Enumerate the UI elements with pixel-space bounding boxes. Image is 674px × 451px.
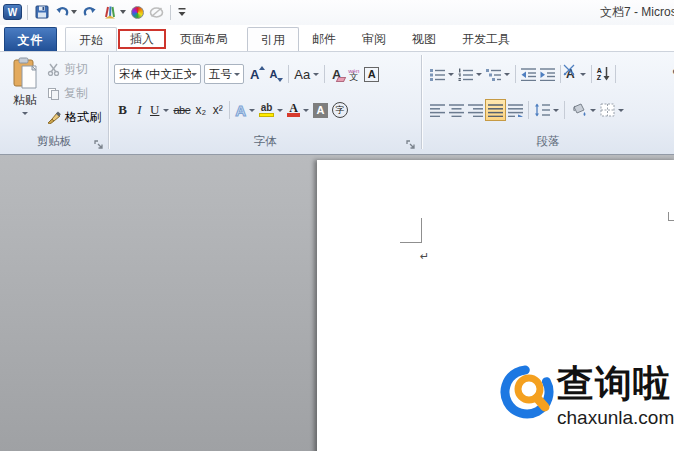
font-name-combo[interactable]: 宋体 (中文正文) bbox=[114, 64, 201, 84]
underline-caret[interactable] bbox=[163, 109, 169, 112]
word-app-icon[interactable]: W bbox=[3, 4, 22, 20]
font-color-icon: A bbox=[287, 103, 300, 117]
separator bbox=[288, 65, 289, 83]
numbering-caret[interactable] bbox=[476, 73, 482, 76]
customize-qat-button[interactable] bbox=[176, 3, 188, 21]
align-right-button[interactable] bbox=[466, 99, 485, 121]
redo-button[interactable] bbox=[81, 3, 98, 21]
title-bar: W bbox=[0, 0, 674, 25]
tab-file[interactable]: 文件 bbox=[4, 27, 57, 51]
watermark-logo: 查询啦 chaxunla.com bbox=[500, 363, 674, 448]
bullets-caret[interactable] bbox=[448, 73, 454, 76]
line-spacing-icon bbox=[534, 103, 550, 117]
quick-access-toolbar: W bbox=[3, 2, 188, 22]
increase-indent-button[interactable] bbox=[538, 63, 557, 85]
ribbon: 粘贴 剪切 复制 格式刷 bbox=[0, 51, 674, 155]
color-wheel-icon bbox=[131, 6, 144, 19]
tab-view[interactable]: 视图 bbox=[399, 27, 449, 51]
italic-icon: I bbox=[137, 102, 141, 118]
grow-font-icon: A bbox=[250, 67, 259, 82]
shading-button[interactable] bbox=[568, 99, 598, 121]
paste-button[interactable]: 粘贴 bbox=[5, 57, 45, 145]
borders-button[interactable] bbox=[598, 99, 626, 121]
asian-layout-caret[interactable] bbox=[580, 73, 586, 76]
disabled-tool-button bbox=[148, 3, 165, 21]
sort-button[interactable]: A Z bbox=[595, 63, 612, 85]
save-button[interactable] bbox=[33, 3, 51, 21]
character-shading-button[interactable]: A bbox=[311, 99, 330, 121]
tab-insert-label: 插入 bbox=[130, 32, 154, 46]
asian-layout-button[interactable]: A bbox=[564, 63, 588, 85]
show-marks-button[interactable]: ¶ bbox=[668, 63, 674, 85]
font-color-button[interactable]: A bbox=[285, 99, 311, 121]
font-group: 宋体 (中文正文) 五号 A A Aa A w bbox=[109, 52, 421, 152]
superscript-button[interactable]: x² bbox=[209, 99, 226, 121]
undo-button[interactable] bbox=[54, 3, 78, 21]
text-effects-button[interactable]: A bbox=[233, 99, 257, 121]
decrease-indent-button[interactable] bbox=[519, 63, 538, 85]
undo-dropdown-caret[interactable] bbox=[71, 10, 77, 14]
tab-developer[interactable]: 开发工具 bbox=[449, 27, 523, 51]
bold-button[interactable]: B bbox=[114, 99, 131, 121]
character-border-button[interactable]: A bbox=[362, 63, 381, 85]
paste-dropdown-caret[interactable] bbox=[22, 112, 28, 115]
line-spacing-button[interactable] bbox=[532, 99, 561, 121]
align-center-button[interactable] bbox=[447, 99, 466, 121]
tab-page-layout[interactable]: 页面布局 bbox=[167, 27, 241, 51]
shrink-font-button[interactable]: A bbox=[267, 63, 285, 85]
line-spacing-caret[interactable] bbox=[553, 109, 559, 112]
underline-button[interactable]: U bbox=[148, 99, 171, 121]
font-color-caret[interactable] bbox=[303, 109, 309, 112]
color-wheel-button[interactable] bbox=[130, 3, 145, 21]
grow-font-button[interactable]: A bbox=[248, 63, 267, 85]
align-left-button[interactable] bbox=[428, 99, 447, 121]
multilevel-list-caret[interactable] bbox=[504, 73, 510, 76]
font-size-value: 五号 bbox=[209, 67, 232, 82]
justify-button[interactable] bbox=[485, 99, 506, 121]
paragraph-group-label: 段落 bbox=[422, 134, 674, 149]
italic-button[interactable]: I bbox=[131, 99, 148, 121]
text-highlight-caret[interactable] bbox=[277, 109, 283, 112]
separator bbox=[528, 101, 529, 119]
right-margin-mark bbox=[668, 212, 674, 221]
cut-button: 剪切 bbox=[47, 59, 88, 79]
align-center-icon bbox=[449, 104, 464, 117]
paste-label: 粘贴 bbox=[13, 92, 37, 109]
change-case-button[interactable]: Aa bbox=[292, 63, 321, 85]
tab-insert[interactable]: 插入 bbox=[117, 27, 167, 51]
clear-formatting-button[interactable]: A bbox=[328, 63, 345, 85]
increase-indent-icon bbox=[540, 68, 555, 81]
subscript-button[interactable]: x₂ bbox=[192, 99, 209, 121]
strikethrough-button[interactable]: abe bbox=[171, 99, 192, 121]
shading-bucket-icon bbox=[570, 103, 587, 118]
draw-pens-button[interactable] bbox=[101, 3, 127, 21]
text-effects-caret[interactable] bbox=[249, 109, 255, 112]
multilevel-list-button[interactable] bbox=[484, 63, 512, 85]
clipboard-dialog-launcher[interactable] bbox=[93, 136, 105, 148]
tab-references[interactable]: 引用 bbox=[247, 27, 299, 51]
tab-mailings[interactable]: 邮件 bbox=[299, 27, 349, 51]
enclose-characters-icon: 字 bbox=[332, 102, 348, 118]
superscript-icon: x² bbox=[213, 103, 223, 117]
distribute-button[interactable] bbox=[506, 99, 525, 121]
clipboard-group-label: 剪贴板 bbox=[0, 134, 108, 149]
format-painter-label: 格式刷 bbox=[65, 109, 101, 126]
numbering-button[interactable] bbox=[456, 63, 484, 85]
phonetic-guide-button[interactable]: wén 文 bbox=[345, 63, 362, 85]
text-highlight-button[interactable]: ab bbox=[257, 99, 285, 121]
customize-qat-icon bbox=[177, 7, 187, 17]
format-painter-button[interactable]: 格式刷 bbox=[47, 107, 101, 127]
tab-home[interactable]: 开始 bbox=[65, 27, 117, 51]
pens-dropdown-caret[interactable] bbox=[120, 10, 126, 14]
font-size-combo[interactable]: 五号 bbox=[204, 64, 244, 84]
phonetic-guide-icon: wén 文 bbox=[348, 68, 359, 80]
borders-caret[interactable] bbox=[618, 109, 624, 112]
enclose-characters-button[interactable]: 字 bbox=[330, 99, 350, 121]
font-name-value: 宋体 (中文正文) bbox=[119, 67, 191, 82]
bullets-button[interactable] bbox=[428, 63, 456, 85]
tab-review[interactable]: 审阅 bbox=[349, 27, 399, 51]
font-dialog-launcher[interactable] bbox=[405, 136, 417, 148]
subscript-icon: x₂ bbox=[195, 103, 206, 117]
shading-caret[interactable] bbox=[590, 109, 596, 112]
window-title: 文档7 - Microsoft Word bbox=[600, 4, 674, 21]
